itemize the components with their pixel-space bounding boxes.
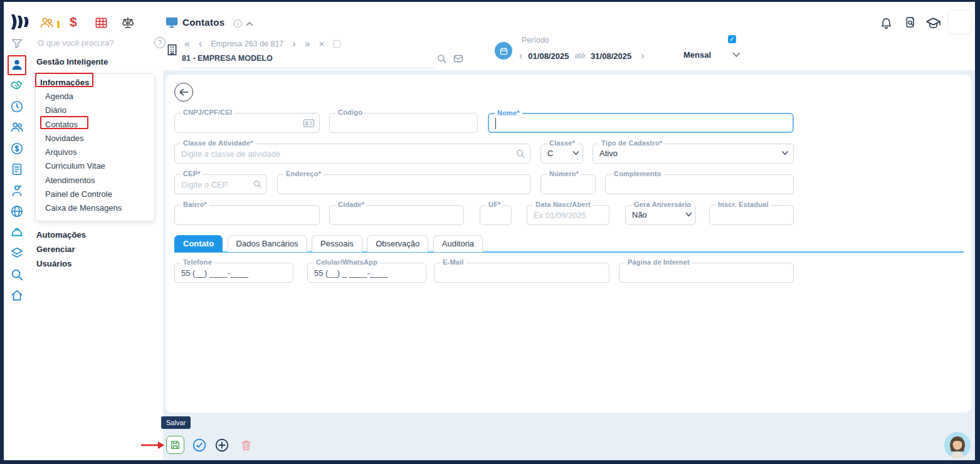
tab-dados-bancarios[interactable]: Dados Bancários [228,235,307,252]
clock-icon[interactable] [10,100,24,113]
contacts-person-icon[interactable] [10,58,24,71]
layers-icon[interactable] [10,246,24,260]
sidebar-section-usuarios[interactable]: Usuários [34,256,163,271]
period-mode-select[interactable]: Mensal [683,50,740,60]
tab-pessoais[interactable]: Pessoais [312,235,362,252]
search-icon[interactable] [253,179,262,189]
dollar-icon[interactable] [10,142,24,156]
bairro-input[interactable] [175,206,319,224]
celular-whatsapp-input[interactable] [308,263,426,282]
calendar-icon[interactable] [495,42,512,60]
codigo-input[interactable] [330,113,477,132]
collapse-chevron-icon[interactable] [246,21,253,27]
user-badge-icon[interactable] [10,184,24,198]
data-nasc-input[interactable] [527,206,609,224]
graduation-cap-icon[interactable] [925,17,941,30]
sidebar-item-caixa-de-mensagens[interactable]: Caixa de Mensagens [36,201,154,215]
codigo-field[interactable]: Código [329,113,478,133]
gera-aniversario-select[interactable]: Gera Aniversário Não [625,205,696,225]
sidebar-section-gerenciar[interactable]: Gerenciar [34,242,163,256]
sidebar-item-painel-de-controle[interactable]: Painel de Controle [36,187,154,201]
user-avatar-placeholder[interactable] [948,10,972,34]
confirm-button[interactable] [192,438,207,453]
sidebar-item-diario[interactable]: Diário [36,103,154,117]
sidebar-section-informacoes[interactable]: Informações [36,76,154,90]
complemento-input[interactable] [606,175,793,194]
search-icon[interactable] [10,268,24,282]
email-field[interactable]: E-Mail [434,263,609,283]
people-module-icon[interactable] [40,16,54,30]
document-search-icon[interactable] [904,16,917,29]
inscr-estadual-input[interactable] [710,206,793,224]
tab-auditoria[interactable]: Auditoria [433,235,483,252]
period-checkbox[interactable]: ✓ [728,35,736,43]
telefone-field[interactable]: Telefone [174,263,293,283]
back-button[interactable] [174,83,193,102]
next-company-button[interactable]: › [292,38,295,50]
sidebar-item-atendimentos[interactable]: Atendimentos [36,174,154,187]
numero-input[interactable] [541,175,595,194]
period-start-date[interactable]: 01/08/2025 [528,51,569,61]
classe-atividade-field[interactable]: Classe de Atividade* [174,144,530,164]
sidebar-item-arquivos[interactable]: Arquivos [36,145,154,159]
classe-atividade-input[interactable] [175,144,530,163]
helmet-icon[interactable] [10,226,24,240]
endereco-field[interactable]: Endereço* [277,174,530,194]
sidebar-item-contatos[interactable]: Contatos [36,118,154,132]
spreadsheet-grid-icon[interactable] [94,16,108,30]
uf-input[interactable] [480,206,511,224]
sidebar-search[interactable]: ? [34,36,163,48]
sidebar-section-automacoes[interactable]: Automações [34,228,163,242]
sidebar-search-input[interactable] [36,38,149,48]
cnpj-field[interactable]: CNPJ/CPF/CEI [174,113,320,133]
invoice-icon[interactable] [10,162,24,176]
cidade-input[interactable] [330,206,463,224]
numero-field[interactable]: Número* [540,174,596,194]
tab-contato[interactable]: Contato [174,235,223,252]
people-icon[interactable] [10,120,24,134]
complemento-field[interactable]: Complemento [605,174,794,194]
company-filter-checkbox[interactable] [333,40,340,48]
help-icon[interactable]: ? [154,37,166,48]
next-period-button[interactable]: › [641,50,644,61]
nome-input[interactable] [489,114,793,132]
handshake-icon[interactable] [10,78,24,92]
sidebar-item-curriculum-vitae[interactable]: Curriculum Vitae [36,159,154,173]
cep-field[interactable]: CEP* [174,174,267,194]
tab-observacao[interactable]: Observação [367,235,428,252]
user-profile-avatar[interactable] [944,432,971,458]
clear-company-button[interactable]: × [319,38,325,50]
celular-whatsapp-field[interactable]: Celular/WhatsApp [307,263,426,283]
telefone-input[interactable] [175,263,293,282]
period-end-date[interactable]: 31/08/2025 [591,51,631,61]
finance-dollar-icon[interactable]: $ [70,14,77,29]
pagina-internet-field[interactable]: Página de Internet [619,263,794,283]
cnpj-input[interactable] [175,113,319,132]
sidebar-section-gestao-inteligente[interactable]: Gestão Inteligente [34,55,163,69]
notifications-bell-icon[interactable] [880,16,893,29]
mail-icon[interactable] [453,53,464,64]
search-icon[interactable] [515,149,525,159]
save-button[interactable] [166,436,184,454]
bairro-field[interactable]: Bairro* [174,205,320,225]
uf-field[interactable]: UF* [480,205,512,225]
data-nasc-field[interactable]: Data Nasc/Abert [527,205,609,225]
company-search-icon[interactable] [436,53,447,64]
cidade-field[interactable]: Cidade* [329,205,464,225]
id-card-icon[interactable] [303,118,315,129]
info-icon[interactable]: i [234,19,242,28]
email-input[interactable] [435,263,609,282]
pagina-internet-input[interactable] [619,263,793,282]
company-name-input[interactable]: 81 - EMPRESA MODELO [182,52,434,68]
globe-icon[interactable] [10,204,24,218]
sidebar-item-novidades[interactable]: Novidades [36,132,154,145]
filter-icon[interactable] [10,36,24,50]
classe-select[interactable]: Classe* C [540,144,583,164]
nome-field[interactable]: Nome* [488,113,794,133]
prev-period-button[interactable]: ‹ [519,50,522,61]
endereco-input[interactable] [278,175,530,194]
prev-company-button[interactable]: ‹ [199,38,202,50]
inscr-estadual-field[interactable]: Inscr. Estadual [709,205,794,225]
add-button[interactable] [214,438,229,453]
first-company-button[interactable]: « [184,38,190,50]
